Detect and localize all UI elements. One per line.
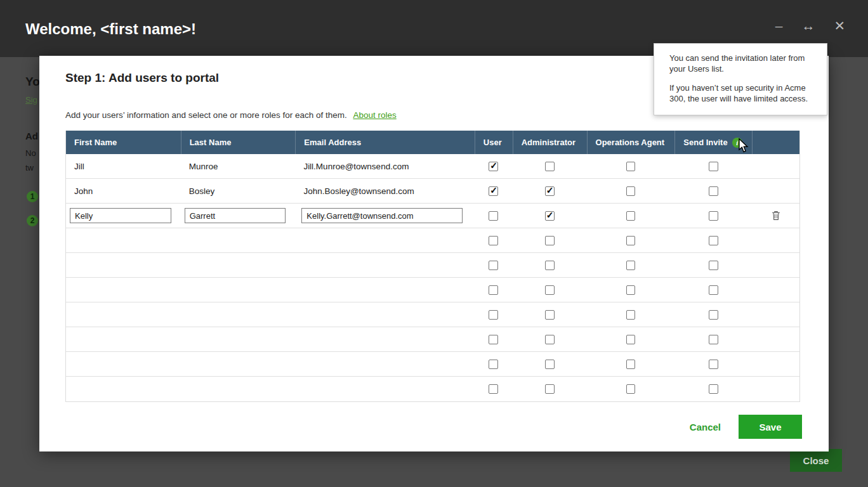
checkbox-user[interactable] [489,236,498,245]
instruction-label: Add your users’ information and select o… [65,110,347,120]
delete-row-icon[interactable] [760,211,791,221]
table-row-empty [66,228,799,253]
checkbox-administrator[interactable] [545,360,555,369]
checkbox-administrator[interactable] [545,285,555,295]
header-last-name: Last Name [181,131,296,154]
checkbox-user[interactable] [489,261,498,270]
header-send-invite: Send Invite i [674,131,752,154]
last-name-value: Bosley [181,186,296,196]
first-name-input[interactable] [70,208,171,223]
checkbox-user[interactable] [489,310,498,320]
header-first-name: First Name [66,131,181,154]
table-row-empty [66,352,799,377]
tooltip-line-2: If you haven’t set up security in Acme 3… [669,82,817,104]
header-administrator: Administrator [513,131,587,154]
tooltip-line-1: You can send the invitation later from y… [669,53,817,74]
table-row: John Bosley John.Bosley@townsend.com [66,179,799,204]
step-1-badge: 1 [27,191,38,202]
table-header-row: First Name Last Name Email Address User … [66,131,799,154]
first-name-value: John [66,186,181,196]
checkbox-administrator[interactable] [545,335,555,344]
background-link-partial[interactable]: Sig [25,95,37,105]
send-invite-label: Send Invite [683,138,727,147]
table-row-empty [66,377,799,401]
header-user: User [475,131,513,154]
email-input[interactable] [301,208,463,223]
checkbox-send-invite[interactable] [709,310,718,320]
checkbox-send-invite[interactable] [709,261,718,270]
table-row-empty [66,253,799,278]
checkbox-send-invite[interactable] [709,285,718,295]
checkbox-user[interactable] [489,335,498,344]
resize-icon[interactable]: ↔ [801,19,815,32]
checkbox-administrator[interactable] [545,211,555,221]
checkbox-operations-agent[interactable] [626,211,636,221]
checkbox-operations-agent[interactable] [626,360,636,369]
checkbox-user[interactable] [489,162,498,171]
modal-title: Step 1: Add users to portal [65,71,219,85]
instruction-text: Add your users’ information and select o… [65,110,397,120]
last-name-input[interactable] [185,208,286,223]
checkbox-operations-agent[interactable] [626,335,636,344]
checkbox-administrator[interactable] [545,186,555,196]
table-row: Jill Munroe Jill.Munroe@townsend.com [66,154,799,179]
checkbox-administrator[interactable] [545,236,555,245]
checkbox-operations-agent[interactable] [626,285,636,295]
header-action [752,131,799,154]
info-icon[interactable]: i [732,138,742,148]
checkbox-send-invite[interactable] [709,186,718,196]
email-value: John.Bosley@townsend.com [295,186,474,196]
checkbox-operations-agent[interactable] [626,261,636,270]
cancel-button[interactable]: Cancel [690,422,721,432]
background-heading-partial: Yo [25,75,40,89]
checkbox-operations-agent[interactable] [626,186,636,196]
checkbox-user[interactable] [489,285,498,295]
step-2-badge: 2 [27,215,38,226]
checkbox-operations-agent[interactable] [626,162,636,171]
email-value: Jill.Munroe@townsend.com [295,162,474,171]
table-row-empty [66,327,799,352]
minimize-icon[interactable]: – [775,19,783,32]
last-name-value: Munroe [181,162,296,171]
checkbox-user[interactable] [489,211,498,221]
checkbox-administrator[interactable] [545,310,555,320]
checkbox-operations-agent[interactable] [626,236,636,245]
checkbox-send-invite[interactable] [709,236,718,245]
checkbox-send-invite[interactable] [709,162,718,171]
checkbox-operations-agent[interactable] [626,384,636,394]
header-email: Email Address [295,131,474,154]
about-roles-link[interactable]: About roles [353,110,397,120]
checkbox-user[interactable] [489,360,498,369]
checkbox-send-invite[interactable] [709,360,718,369]
table-row-empty [66,302,799,327]
first-name-value: Jill [66,162,181,171]
close-button[interactable]: Close [790,449,842,472]
checkbox-administrator[interactable] [545,162,555,171]
table-row-empty [66,278,799,302]
checkbox-send-invite[interactable] [709,384,718,394]
background-text-partial-2: tw [25,163,34,172]
checkbox-user[interactable] [489,186,498,196]
table-row-editing [66,204,799,228]
checkbox-send-invite[interactable] [709,211,718,221]
users-table: First Name Last Name Email Address User … [65,131,800,402]
close-window-icon[interactable]: ✕ [834,19,845,32]
send-invite-tooltip: You can send the invitation later from y… [654,43,827,115]
save-button[interactable]: Save [739,415,802,439]
checkbox-user[interactable] [489,384,498,394]
window-title: Welcome, <first name>! [25,20,196,38]
background-text-partial-1: No [25,148,36,158]
header-operations-agent: Operations Agent [587,131,675,154]
checkbox-operations-agent[interactable] [626,310,636,320]
checkbox-administrator[interactable] [545,384,555,394]
background-subheading-partial: Ad [25,131,38,141]
checkbox-send-invite[interactable] [709,335,718,344]
checkbox-administrator[interactable] [545,261,555,270]
